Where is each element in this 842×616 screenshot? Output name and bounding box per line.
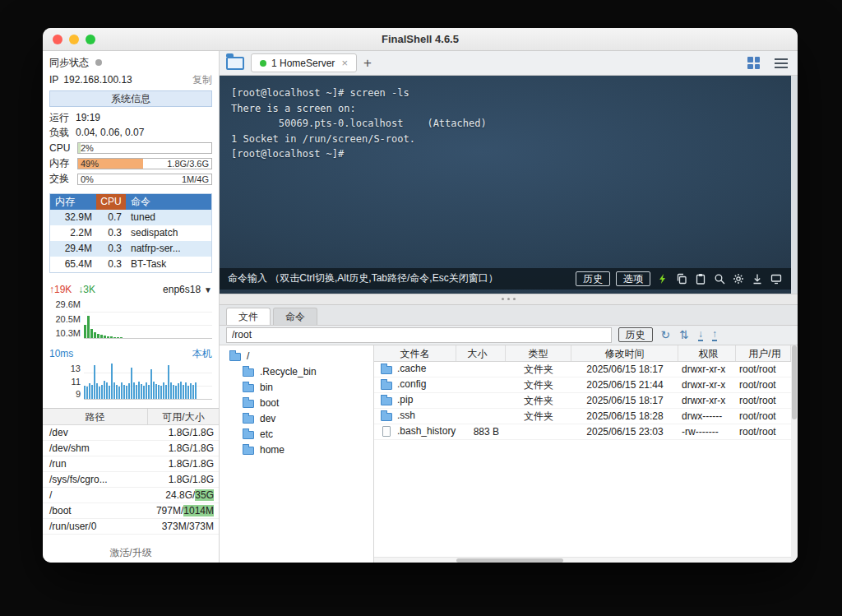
file-header-perm[interactable]: 权限 (678, 345, 736, 361)
tree-item[interactable]: .Recycle_bin (220, 364, 373, 380)
system-info-button[interactable]: 系统信息 (49, 90, 212, 107)
interface-selector[interactable]: enp6s18 ▼ (163, 284, 212, 295)
process-cpu: 0.3 (96, 257, 126, 272)
path-history-button[interactable]: 历史 (618, 327, 653, 342)
upload-from-disk-icon[interactable]: ↑ (712, 329, 717, 341)
gear-icon[interactable] (732, 272, 745, 285)
path-input[interactable] (226, 327, 612, 343)
disk-size: 24.8G/35G (148, 488, 219, 503)
file-row[interactable]: .ssh 文件夹 2025/06/15 18:28 drwx------ roo… (374, 409, 791, 424)
disk-row[interactable]: /run 1.8G/1.8G (43, 456, 219, 472)
ping-chart: 13 11 9 (49, 364, 212, 400)
copy-icon[interactable] (675, 272, 688, 285)
file-row[interactable]: .pip 文件夹 2025/06/15 18:17 drwxr-xr-x roo… (374, 393, 791, 409)
ip-label: IP (49, 74, 58, 86)
hamburger-menu-icon[interactable] (775, 58, 788, 68)
new-tab-button[interactable]: + (363, 56, 372, 70)
file-table-header: 文件名 大小 类型 修改时间 权限 用户/用 (374, 345, 791, 362)
disk-row[interactable]: /sys/fs/cgro... 1.8G/1.8G (43, 472, 219, 488)
file-header-owner[interactable]: 用户/用 (736, 345, 791, 361)
horizontal-scrollbar[interactable] (374, 557, 791, 563)
disk-header-path[interactable]: 路径 (43, 409, 148, 424)
lightning-icon[interactable] (656, 272, 669, 285)
file-owner: root/root (736, 377, 791, 392)
file-perm: drwx------ (678, 409, 736, 424)
process-row[interactable]: 32.9M 0.7 tuned (50, 210, 211, 225)
file-list-scrollbar[interactable] (791, 345, 798, 563)
minimize-window-button[interactable] (69, 35, 79, 44)
file-header-type[interactable]: 类型 (506, 345, 571, 361)
memory-percent: 49% (81, 159, 99, 169)
paste-icon[interactable] (694, 272, 707, 285)
tree-item-label: boot (260, 397, 279, 409)
tree-item[interactable]: dev (220, 411, 373, 427)
monitor-icon[interactable] (770, 272, 783, 285)
folder-icon (243, 384, 254, 392)
disk-size: 1.8G/1.8G (148, 441, 219, 456)
directory-tree: / .Recycle_bin bin boot (220, 345, 374, 563)
tree-item[interactable]: etc (220, 427, 373, 442)
file-perm: -rw------- (678, 424, 736, 439)
cpu-percent: 2% (81, 143, 94, 153)
process-header-cpu[interactable]: CPU (96, 194, 126, 210)
close-tab-icon[interactable]: × (341, 57, 348, 69)
disk-row[interactable]: /boot 797M/1014M (43, 503, 219, 519)
file-row[interactable]: .cache 文件夹 2025/06/15 18:17 drwxr-xr-x r… (374, 362, 791, 377)
tab-commands[interactable]: 命令 (273, 308, 317, 325)
transfer-icon[interactable]: ⇅ (679, 329, 689, 340)
file-browser: / .Recycle_bin bin boot (220, 345, 798, 563)
tree-item[interactable]: home (220, 442, 373, 458)
terminal-scrollbar[interactable] (791, 76, 798, 294)
terminal[interactable]: [root@localhost ~]# screen -ls There is … (220, 76, 798, 294)
file-header-mtime[interactable]: 修改时间 (571, 345, 678, 361)
folder-icon (243, 400, 254, 408)
activate-upgrade-link[interactable]: 激活/升级 (43, 543, 219, 563)
process-header-command[interactable]: 命令 (126, 194, 211, 210)
file-row[interactable]: .config 文件夹 2025/06/15 21:44 drwxr-xr-x … (374, 377, 791, 393)
process-row[interactable]: 2.2M 0.3 sedispatch (50, 225, 211, 241)
download-icon[interactable] (751, 272, 764, 285)
uptime-label: 运行 (49, 111, 69, 125)
process-cpu: 0.3 (96, 241, 126, 257)
process-row[interactable]: 29.4M 0.3 natfrp-ser... (50, 241, 211, 257)
file-header-size[interactable]: 大小 (456, 345, 506, 361)
process-row[interactable]: 65.4M 0.3 BT-Task (50, 257, 211, 272)
session-tab-title: 1 HomeServer (271, 58, 335, 69)
disk-header-size[interactable]: 可用/大小 (148, 409, 219, 424)
tree-item[interactable]: boot (220, 396, 373, 411)
file-header-name[interactable]: 文件名 (374, 345, 456, 361)
disk-row[interactable]: /dev/shm 1.8G/1.8G (43, 441, 219, 456)
tree-item-root[interactable]: / (220, 349, 373, 364)
session-tab[interactable]: 1 HomeServer × (251, 53, 357, 72)
terminal-output: [root@localhost ~]# screen -ls There is … (220, 76, 798, 172)
download-to-disk-icon[interactable]: ↓ (698, 329, 703, 341)
tab-files[interactable]: 文件 (226, 308, 271, 325)
connection-manager-folder-icon[interactable] (226, 57, 244, 70)
file-name: .pip (397, 393, 413, 408)
disk-row[interactable]: / 24.8G/35G (43, 488, 219, 503)
zoom-window-button[interactable] (86, 35, 95, 44)
command-input-hint[interactable]: 命令输入 （双击Ctrl切换,Alt历史,Tab路径/命令,Esc关闭窗口） (228, 271, 498, 285)
ip-row: IP 192.168.100.13 复制 (43, 71, 219, 89)
refresh-icon[interactable]: ↻ (661, 329, 671, 340)
file-name: .ssh (397, 409, 415, 424)
process-header-memory[interactable]: 内存 (50, 194, 96, 210)
copy-ip-button[interactable]: 复制 (192, 73, 212, 87)
disk-row[interactable]: /run/user/0 373M/373M (43, 519, 219, 535)
search-icon[interactable] (713, 272, 726, 285)
command-options-button[interactable]: 选项 (616, 271, 650, 286)
network-chart: 29.6M 20.5M 10.3M (49, 299, 212, 339)
command-input-bar[interactable]: 命令输入 （双击Ctrl切换,Alt历史,Tab路径/命令,Esc关闭窗口） 历… (220, 268, 791, 289)
disk-row[interactable]: /dev 1.8G/1.8G (43, 425, 219, 441)
terminal-line: 50069.pts-0.localhost (Attached) (231, 116, 786, 132)
file-row[interactable]: .bash_history 883 B 2025/06/15 23:03 -rw… (374, 424, 791, 440)
interface-name: enp6s18 (163, 284, 201, 295)
command-history-button[interactable]: 历史 (576, 271, 610, 286)
layout-grid-icon[interactable] (747, 57, 760, 69)
network-rate-row: ↑19K ↓3K enp6s18 ▼ (43, 281, 219, 298)
close-window-button[interactable] (53, 35, 62, 44)
tree-item[interactable]: bin (220, 380, 373, 396)
panel-splitter[interactable] (220, 294, 798, 305)
ping-target[interactable]: 本机 (192, 347, 212, 361)
process-cmd: tuned (126, 210, 211, 225)
